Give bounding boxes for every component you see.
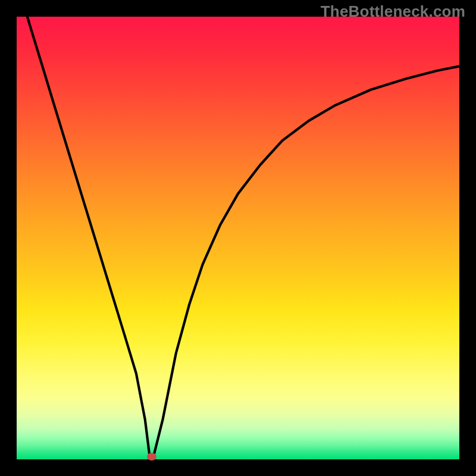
min-point-marker: [147, 453, 156, 461]
curve-svg: [17, 17, 459, 459]
bottleneck-curve: [17, 0, 459, 455]
plot-area: [17, 17, 459, 459]
chart-root: TheBottleneck.com: [0, 0, 476, 476]
